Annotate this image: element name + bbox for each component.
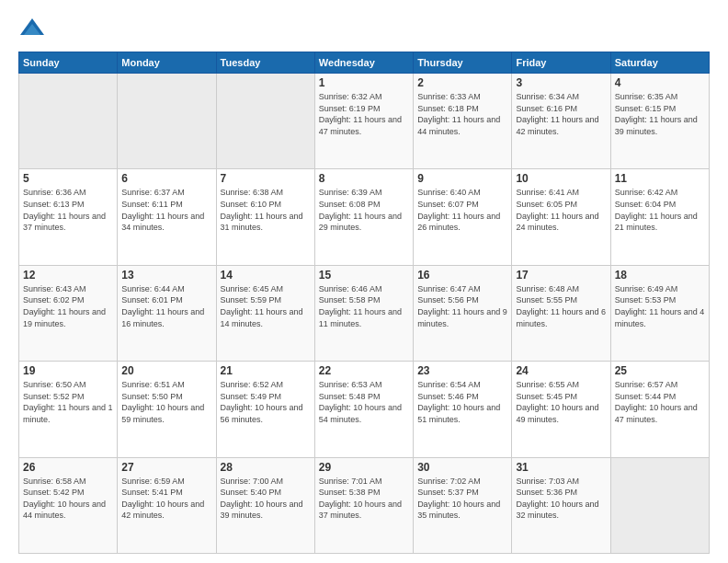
- day-number: 20: [121, 364, 211, 377]
- calendar-day: 17Sunrise: 6:48 AM Sunset: 5:55 PM Dayli…: [512, 265, 610, 361]
- day-number: 5: [23, 172, 113, 185]
- day-info: Sunrise: 6:37 AM Sunset: 6:11 PM Dayligh…: [121, 187, 211, 233]
- day-number: 26: [23, 461, 113, 474]
- page: SundayMondayTuesdayWednesdayThursdayFrid…: [0, 0, 728, 563]
- calendar-day: [610, 457, 709, 553]
- day-number: 18: [615, 269, 705, 282]
- day-info: Sunrise: 6:49 AM Sunset: 5:53 PM Dayligh…: [615, 283, 705, 329]
- day-number: 9: [417, 172, 507, 185]
- calendar-day: 12Sunrise: 6:43 AM Sunset: 6:02 PM Dayli…: [19, 265, 118, 361]
- weekday-header-row: SundayMondayTuesdayWednesdayThursdayFrid…: [19, 52, 710, 74]
- calendar-day: 19Sunrise: 6:50 AM Sunset: 5:52 PM Dayli…: [19, 362, 118, 457]
- day-number: 29: [319, 461, 409, 474]
- day-number: 22: [319, 364, 409, 377]
- header: [18, 15, 710, 42]
- day-info: Sunrise: 6:39 AM Sunset: 6:08 PM Dayligh…: [319, 187, 409, 233]
- day-number: 13: [121, 269, 211, 282]
- calendar-week-4: 19Sunrise: 6:50 AM Sunset: 5:52 PM Dayli…: [19, 362, 710, 457]
- day-number: 7: [221, 172, 311, 185]
- calendar-header: SundayMondayTuesdayWednesdayThursdayFrid…: [19, 52, 710, 74]
- day-info: Sunrise: 6:52 AM Sunset: 5:49 PM Dayligh…: [221, 379, 311, 425]
- day-number: 30: [417, 461, 507, 474]
- calendar-day: 31Sunrise: 7:03 AM Sunset: 5:36 PM Dayli…: [512, 457, 610, 553]
- calendar-day: 6Sunrise: 6:37 AM Sunset: 6:11 PM Daylig…: [118, 169, 216, 265]
- day-info: Sunrise: 6:47 AM Sunset: 5:56 PM Dayligh…: [417, 283, 507, 329]
- day-info: Sunrise: 6:46 AM Sunset: 5:58 PM Dayligh…: [319, 283, 409, 329]
- day-number: 25: [615, 364, 705, 377]
- calendar-day: 15Sunrise: 6:46 AM Sunset: 5:58 PM Dayli…: [314, 265, 413, 361]
- weekday-header-thursday: Thursday: [414, 52, 512, 74]
- day-info: Sunrise: 6:53 AM Sunset: 5:48 PM Dayligh…: [319, 379, 409, 425]
- day-info: Sunrise: 6:57 AM Sunset: 5:44 PM Dayligh…: [615, 379, 705, 425]
- day-number: 27: [121, 461, 211, 474]
- calendar-day: 18Sunrise: 6:49 AM Sunset: 5:53 PM Dayli…: [610, 265, 709, 361]
- calendar-day: 22Sunrise: 6:53 AM Sunset: 5:48 PM Dayli…: [314, 362, 413, 457]
- calendar-day: 2Sunrise: 6:33 AM Sunset: 6:18 PM Daylig…: [414, 74, 512, 169]
- day-info: Sunrise: 6:59 AM Sunset: 5:41 PM Dayligh…: [121, 476, 211, 522]
- calendar-week-2: 5Sunrise: 6:36 AM Sunset: 6:13 PM Daylig…: [19, 169, 710, 265]
- calendar: SundayMondayTuesdayWednesdayThursdayFrid…: [18, 52, 710, 554]
- calendar-day: 25Sunrise: 6:57 AM Sunset: 5:44 PM Dayli…: [610, 362, 709, 457]
- calendar-day: [118, 74, 216, 169]
- day-number: 8: [319, 172, 409, 185]
- day-info: Sunrise: 6:51 AM Sunset: 5:50 PM Dayligh…: [121, 379, 211, 425]
- day-number: 17: [516, 269, 606, 282]
- calendar-body: 1Sunrise: 6:32 AM Sunset: 6:19 PM Daylig…: [19, 74, 710, 554]
- calendar-day: 23Sunrise: 6:54 AM Sunset: 5:46 PM Dayli…: [414, 362, 512, 457]
- day-number: 19: [23, 364, 113, 377]
- day-info: Sunrise: 7:02 AM Sunset: 5:37 PM Dayligh…: [417, 476, 507, 522]
- day-info: Sunrise: 6:33 AM Sunset: 6:18 PM Dayligh…: [417, 91, 507, 137]
- logo-icon: [18, 15, 46, 42]
- calendar-day: 8Sunrise: 6:39 AM Sunset: 6:08 PM Daylig…: [314, 169, 413, 265]
- calendar-day: 5Sunrise: 6:36 AM Sunset: 6:13 PM Daylig…: [19, 169, 118, 265]
- day-info: Sunrise: 6:40 AM Sunset: 6:07 PM Dayligh…: [417, 187, 507, 233]
- day-number: 15: [319, 269, 409, 282]
- calendar-day: 29Sunrise: 7:01 AM Sunset: 5:38 PM Dayli…: [314, 457, 413, 553]
- calendar-day: [19, 74, 118, 169]
- calendar-day: 30Sunrise: 7:02 AM Sunset: 5:37 PM Dayli…: [414, 457, 512, 553]
- day-number: 2: [417, 76, 507, 89]
- day-number: 31: [516, 461, 606, 474]
- calendar-day: 13Sunrise: 6:44 AM Sunset: 6:01 PM Dayli…: [118, 265, 216, 361]
- day-info: Sunrise: 7:01 AM Sunset: 5:38 PM Dayligh…: [319, 476, 409, 522]
- logo: [18, 15, 50, 42]
- calendar-week-3: 12Sunrise: 6:43 AM Sunset: 6:02 PM Dayli…: [19, 265, 710, 361]
- day-number: 24: [516, 364, 606, 377]
- day-number: 16: [417, 269, 507, 282]
- day-info: Sunrise: 6:41 AM Sunset: 6:05 PM Dayligh…: [516, 187, 606, 233]
- day-info: Sunrise: 6:44 AM Sunset: 6:01 PM Dayligh…: [121, 283, 211, 329]
- day-info: Sunrise: 6:43 AM Sunset: 6:02 PM Dayligh…: [23, 283, 113, 329]
- weekday-header-tuesday: Tuesday: [216, 52, 314, 74]
- day-info: Sunrise: 7:00 AM Sunset: 5:40 PM Dayligh…: [221, 476, 311, 522]
- day-info: Sunrise: 6:34 AM Sunset: 6:16 PM Dayligh…: [516, 91, 606, 137]
- day-info: Sunrise: 6:58 AM Sunset: 5:42 PM Dayligh…: [23, 476, 113, 522]
- calendar-day: 9Sunrise: 6:40 AM Sunset: 6:07 PM Daylig…: [414, 169, 512, 265]
- day-number: 23: [417, 364, 507, 377]
- calendar-day: 27Sunrise: 6:59 AM Sunset: 5:41 PM Dayli…: [118, 457, 216, 553]
- calendar-day: 7Sunrise: 6:38 AM Sunset: 6:10 PM Daylig…: [216, 169, 314, 265]
- calendar-day: 20Sunrise: 6:51 AM Sunset: 5:50 PM Dayli…: [118, 362, 216, 457]
- day-number: 6: [121, 172, 211, 185]
- day-number: 4: [615, 76, 705, 89]
- calendar-week-5: 26Sunrise: 6:58 AM Sunset: 5:42 PM Dayli…: [19, 457, 710, 553]
- calendar-day: 24Sunrise: 6:55 AM Sunset: 5:45 PM Dayli…: [512, 362, 610, 457]
- day-number: 1: [319, 76, 409, 89]
- calendar-day: 28Sunrise: 7:00 AM Sunset: 5:40 PM Dayli…: [216, 457, 314, 553]
- calendar-day: [216, 74, 314, 169]
- day-info: Sunrise: 6:42 AM Sunset: 6:04 PM Dayligh…: [615, 187, 705, 233]
- weekday-header-friday: Friday: [512, 52, 610, 74]
- day-info: Sunrise: 6:36 AM Sunset: 6:13 PM Dayligh…: [23, 187, 113, 233]
- calendar-day: 4Sunrise: 6:35 AM Sunset: 6:15 PM Daylig…: [610, 74, 709, 169]
- weekday-header-saturday: Saturday: [610, 52, 709, 74]
- calendar-day: 1Sunrise: 6:32 AM Sunset: 6:19 PM Daylig…: [314, 74, 413, 169]
- day-info: Sunrise: 7:03 AM Sunset: 5:36 PM Dayligh…: [516, 476, 606, 522]
- calendar-week-1: 1Sunrise: 6:32 AM Sunset: 6:19 PM Daylig…: [19, 74, 710, 169]
- day-info: Sunrise: 6:38 AM Sunset: 6:10 PM Dayligh…: [221, 187, 311, 233]
- day-info: Sunrise: 6:50 AM Sunset: 5:52 PM Dayligh…: [23, 379, 113, 425]
- calendar-day: 26Sunrise: 6:58 AM Sunset: 5:42 PM Dayli…: [19, 457, 118, 553]
- calendar-day: 10Sunrise: 6:41 AM Sunset: 6:05 PM Dayli…: [512, 169, 610, 265]
- calendar-day: 11Sunrise: 6:42 AM Sunset: 6:04 PM Dayli…: [610, 169, 709, 265]
- weekday-header-wednesday: Wednesday: [314, 52, 413, 74]
- calendar-day: 16Sunrise: 6:47 AM Sunset: 5:56 PM Dayli…: [414, 265, 512, 361]
- weekday-header-sunday: Sunday: [19, 52, 118, 74]
